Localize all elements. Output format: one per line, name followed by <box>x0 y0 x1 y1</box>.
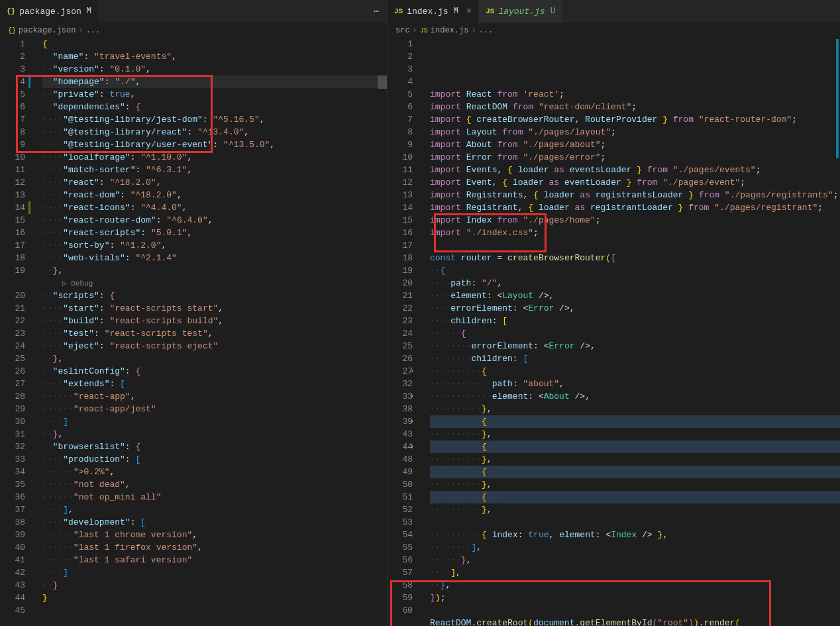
code-line[interactable]: ··········{ ⋯ <box>430 491 840 503</box>
code-line[interactable] <box>430 516 840 529</box>
code-line[interactable]: ······"react-app/jest" <box>42 403 387 415</box>
code-line[interactable] <box>42 604 387 617</box>
code-line[interactable]: ······"last 1 firefox version", <box>42 541 387 554</box>
code-line[interactable]: ····] <box>42 566 387 579</box>
tab-index-js[interactable]: JSindex.jsM× <box>388 0 479 23</box>
fold-icon[interactable]: › <box>410 365 414 378</box>
code-line[interactable]: ········errorElement: <Error />, <box>430 340 840 352</box>
breadcrumb-item[interactable]: package.json <box>19 26 76 35</box>
code-line[interactable]: ReactDOM.createRoot(document.getElementB… <box>430 617 840 626</box>
code-line[interactable]: ▷ Debug <box>42 277 387 289</box>
breadcrumb-item[interactable]: index.js <box>431 26 469 35</box>
code-line[interactable]: import Index from "./pages/home"; <box>430 214 840 227</box>
code-line[interactable]: ··········}, <box>430 403 840 415</box>
code-line[interactable]: ····"sort-by": "^1.2.0", <box>42 239 387 252</box>
fold-icon[interactable]: › <box>410 441 414 453</box>
code-editor-left[interactable]: 1234567891011121314151617181920212223242… <box>0 38 387 626</box>
scrollbar-thumb[interactable] <box>378 76 387 89</box>
code-line[interactable]: ··········{ <box>430 365 840 378</box>
code-line[interactable]: ··········{ ⋯ <box>430 466 840 478</box>
code-line[interactable]: ····"@testing-library/user-event": "^13.… <box>42 138 387 151</box>
code-line[interactable]: ····"match-sorter": "^6.3.1", <box>42 164 387 176</box>
code-line[interactable]: ····"production": [ <box>42 453 387 466</box>
code-line[interactable]: ············element: <About />, <box>430 390 840 403</box>
breadcrumb-right[interactable]: src › JS index.js › ... <box>388 23 840 38</box>
code-line[interactable]: ······"react-app", <box>42 390 387 403</box>
code-line[interactable]: ··"browserslist": { <box>42 441 387 453</box>
code-line[interactable]: ····"@testing-library/react": "^13.4.0", <box>42 126 387 138</box>
code-line[interactable]: ··········}, <box>430 478 840 491</box>
code-line[interactable]: ············path: "about", <box>430 378 840 390</box>
breadcrumb-item[interactable]: ... <box>86 26 101 35</box>
code-line[interactable]: ··········{ ⋯ <box>430 415 840 428</box>
code-line[interactable]: ····"react-router-dom": "^6.4.0", <box>42 214 387 227</box>
code-line[interactable]: ····], <box>430 566 840 579</box>
code-line[interactable]: ··"homepage": "./", <box>42 76 387 88</box>
code-line[interactable]: import ReactDOM from "react-dom/client"; <box>430 101 840 113</box>
code-line[interactable]: ··{ <box>430 264 840 277</box>
breadcrumb-left[interactable]: {} package.json › ... <box>0 23 387 38</box>
code-line[interactable]: import { createBrowserRouter, RouterProv… <box>430 113 840 126</box>
code-line[interactable]: ··"name": "travel-events", <box>42 50 387 63</box>
code-line[interactable]: ]); <box>430 592 840 604</box>
code-line[interactable]: ····"react": "^18.2.0", <box>42 176 387 189</box>
code-line[interactable] <box>430 604 840 617</box>
code-line[interactable]: ····"test": "react-scripts test", <box>42 327 387 340</box>
code-line[interactable]: ······}, <box>430 554 840 566</box>
code-line[interactable]: import Registrants, { loader as registra… <box>430 189 840 201</box>
code-line[interactable]: ····"@testing-library/jest-dom": "^5.16.… <box>42 113 387 126</box>
code-line[interactable]: ··········{ index: true, element: <Index… <box>430 529 840 541</box>
code-line[interactable]: ····element: <Layout />, <box>430 289 840 302</box>
code-line[interactable]: ······{ <box>430 327 840 340</box>
code-line[interactable]: ····"web-vitals": "^2.1.4" <box>42 252 387 264</box>
code-line[interactable]: ··}, <box>430 579 840 592</box>
code-line[interactable]: import Registrant, { loader as registran… <box>430 201 840 214</box>
fold-icon[interactable]: › <box>410 390 414 403</box>
tab-actions[interactable]: ⋯ <box>374 6 387 17</box>
code-line[interactable] <box>430 239 840 252</box>
breadcrumb-item[interactable]: ... <box>479 26 494 35</box>
code-line[interactable]: import Event, { loader as eventLoader } … <box>430 176 840 189</box>
close-icon[interactable]: × <box>466 6 472 17</box>
code-line[interactable]: ····"eject": "react-scripts eject" <box>42 340 387 352</box>
code-line[interactable]: ······"last 1 chrome version", <box>42 529 387 541</box>
code-line[interactable]: ······"not op_mini all" <box>42 491 387 503</box>
code-line[interactable]: ······"last 1 safari version" <box>42 554 387 566</box>
code-line[interactable]: ······">0.2%", <box>42 466 387 478</box>
code-line[interactable]: import "./index.css"; <box>430 227 840 239</box>
code-line[interactable]: ········children: [ <box>430 352 840 365</box>
tab-package-json[interactable]: {} package.json M <box>0 0 99 23</box>
code-line[interactable]: } <box>42 592 387 604</box>
fold-icon[interactable]: › <box>410 415 414 428</box>
code-line[interactable]: const router = createBrowserRouter([ <box>430 252 840 264</box>
code-line[interactable]: ····"development": [ <box>42 516 387 529</box>
code-line[interactable]: ····"react-scripts": "5.0.1", <box>42 227 387 239</box>
code-line[interactable]: ····"localforage": "^1.10.0", <box>42 151 387 164</box>
code-line[interactable]: ··}, <box>42 428 387 441</box>
code-line[interactable]: ··} <box>42 579 387 592</box>
code-line[interactable]: ··"version": "0.1.0", <box>42 63 387 76</box>
breadcrumb-item[interactable]: src <box>395 26 410 35</box>
tab-layout-js[interactable]: JSlayout.jsU <box>479 0 562 23</box>
code-line[interactable]: import React from 'react'; <box>430 88 840 101</box>
code-line[interactable]: ····"react-dom": "^18.2.0", <box>42 189 387 201</box>
code-line[interactable]: ··········}, <box>430 503 840 516</box>
code-line[interactable]: ······"not dead", <box>42 478 387 491</box>
code-line[interactable]: import Layout from "./pages/layout"; <box>430 126 840 138</box>
code-line[interactable]: ··"eslintConfig": { <box>42 365 387 378</box>
code-content[interactable]: import React from 'react';import ReactDO… <box>421 38 840 626</box>
code-line[interactable]: ····"start": "react-scripts start", <box>42 302 387 315</box>
code-line[interactable]: ··········}, <box>430 453 840 466</box>
code-line[interactable]: ····], <box>42 503 387 516</box>
code-editor-right[interactable]: 1234567891011121314151617181920212223242… <box>388 38 840 626</box>
code-line[interactable]: ····] <box>42 415 387 428</box>
code-line[interactable]: ··}, <box>42 264 387 277</box>
code-content[interactable]: {··"name": "travel-events",··"version": … <box>33 38 387 626</box>
code-line[interactable]: ··"dependencies": { <box>42 101 387 113</box>
code-line[interactable]: ··"scripts": { <box>42 289 387 302</box>
code-line[interactable]: ··}, <box>42 352 387 365</box>
code-line[interactable]: ··········{ ⋯ <box>430 441 840 453</box>
code-line[interactable]: ····"build": "react-scripts build", <box>42 315 387 327</box>
code-line[interactable]: ····errorElement: <Error />, <box>430 302 840 315</box>
code-line[interactable]: ··"private": true, <box>42 88 387 101</box>
